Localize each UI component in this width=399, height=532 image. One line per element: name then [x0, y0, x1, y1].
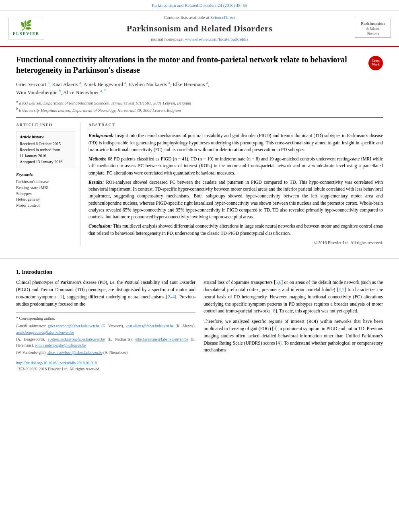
email-bengevoord[interactable]: aniek.bengevoord@faber.kuleuven.be [16, 331, 74, 335]
body-para2: striatal loss of dopamine transporters [… [204, 279, 383, 315]
email-vandenberghe[interactable]: wim.vandenberghe@uzleuven.be [35, 343, 86, 347]
authors-line: Griet Vervoort a, Kaat Alaerts a, Aniek … [16, 80, 383, 97]
affiliations: a a KU Leuven, Department of Rehabilitat… [16, 99, 383, 113]
journal-logo-box: Parkinsonism & RelatedDisorders [351, 19, 391, 37]
article-title-area: CrossMark Functional connectivity altera… [16, 54, 383, 75]
sciencedirect-link[interactable]: ScienceDirect [210, 15, 235, 20]
body-right-col: striatal loss of dopamine transporters [… [204, 279, 383, 372]
doi-link[interactable]: http://dx.doi.org/10.1016/j.parkreldis.2… [16, 361, 97, 365]
body-left-col: Clinical phenotypes of Parkinson's disea… [16, 279, 195, 372]
abstract-text: Background: Insight into the neural mech… [88, 132, 383, 237]
body-two-col: Clinical phenotypes of Parkinson's disea… [16, 279, 383, 372]
keywords-section: Keywords: Parkinson's disease Resting-st… [16, 172, 75, 208]
article-content: CrossMark Functional connectivity altera… [0, 47, 399, 254]
journal-title-area: Contents lists available at ScienceDirec… [48, 14, 351, 42]
journal-header: 🌿 ELSEVIER Contents lists available at S… [0, 10, 399, 47]
journal-homepage: journal homepage: www.elsevier.com/locat… [48, 36, 351, 42]
body-content: 1. Introduction Clinical phenotypes of P… [0, 258, 399, 380]
footnote-section: * Corresponding author. E-mail addresses… [16, 312, 195, 355]
section1-heading: 1. Introduction [16, 268, 383, 276]
journal-title: Parkinsonism and Related Disorders [48, 23, 351, 35]
email-alaerts[interactable]: kaat.alaerts@faber.kuleuven.be [125, 324, 173, 328]
elsevier-tree-icon: 🌿 [20, 21, 32, 30]
email-nackaerts[interactable]: evelien.nackaerts@faber.kuleuven.be [48, 337, 105, 341]
crossmark-badge: CrossMark [368, 56, 383, 70]
thick-divider [16, 117, 383, 118]
abstract-col: ABSTRACT Background: Insight into the ne… [88, 122, 383, 246]
article-history-box: Article history: Received 6 October 2015… [16, 131, 75, 168]
journal-reference: Parkinsonism and Related Disorders 24 (2… [0, 0, 399, 10]
distinguished-word: distinguished [116, 287, 140, 292]
contents-list-text: Contents lists available at ScienceDirec… [48, 14, 351, 21]
article-title: Functional connectivity alterations in t… [16, 54, 383, 75]
body-para1: Clinical phenotypes of Parkinson's disea… [16, 279, 195, 308]
copyright-text: © 2016 Elsevier Ltd. All rights reserved… [88, 240, 383, 246]
email-vervoort[interactable]: griet.vervoort@faber.kuleuven.be [48, 324, 99, 328]
article-info-col: ARTICLE INFO Article history: Received 6… [16, 122, 80, 246]
email-heremans[interactable]: elke.heremans@faber.kuleuven.be [136, 337, 188, 341]
info-abstract-cols: ARTICLE INFO Article history: Received 6… [16, 122, 383, 246]
body-para3: Therefore, we analyzed specific regions … [204, 318, 383, 354]
elsevier-logo: 🌿 ELSEVIER [8, 18, 48, 39]
email-nieuwboer[interactable]: alice.nieuwboer@faber.kuleuven.be [47, 351, 103, 355]
doi-section: http://dx.doi.org/10.1016/j.parkreldis.2… [16, 360, 195, 372]
homepage-url[interactable]: www.elsevier.com/locate/parkreldis [185, 37, 249, 41]
